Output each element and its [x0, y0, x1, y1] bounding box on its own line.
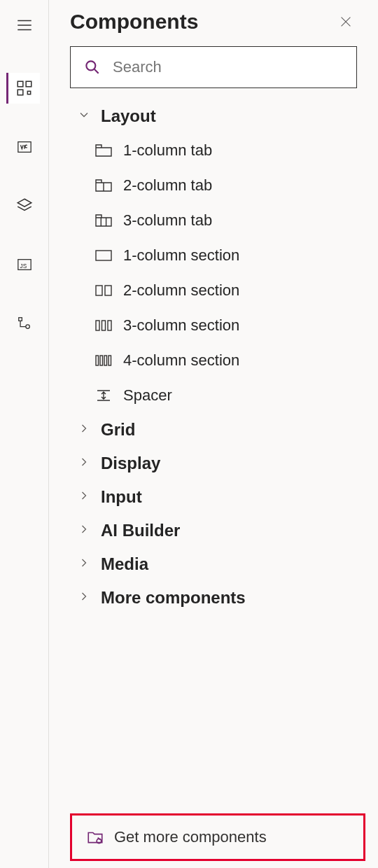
group-label: Display [101, 454, 160, 473]
chevron-right-icon [77, 421, 91, 438]
rail-components-button[interactable] [6, 73, 40, 104]
hamburger-button[interactable] [8, 10, 41, 41]
item-label: 3-column section [123, 316, 239, 335]
spacer-icon [94, 388, 113, 403]
group-label: Grid [101, 420, 135, 440]
group-display: Display [49, 447, 378, 480]
tab-1col-icon [94, 143, 113, 158]
section-4col-icon [94, 353, 113, 368]
item-label: Spacer [123, 386, 172, 405]
search-input[interactable] [113, 58, 344, 76]
group-header-display[interactable]: Display [49, 447, 378, 480]
rail-flow-button[interactable] [8, 308, 41, 339]
svg-rect-3 [27, 91, 30, 94]
item-2-column-section[interactable]: 2-column section [94, 273, 378, 308]
item-3-column-tab[interactable]: 3-column tab [94, 203, 378, 238]
section-1col-icon [94, 248, 113, 263]
group-header-grid[interactable]: Grid [49, 413, 378, 447]
group-aibuilder: AI Builder [49, 514, 378, 547]
group-label: More components [101, 588, 246, 608]
hamburger-icon [15, 16, 34, 34]
svg-text:JS: JS [20, 263, 27, 270]
components-icon [15, 79, 34, 97]
close-icon [338, 14, 354, 29]
item-label: 1-column section [123, 246, 239, 265]
svg-rect-14 [102, 321, 106, 330]
svg-rect-15 [108, 321, 111, 330]
svg-rect-11 [96, 286, 102, 295]
item-4-column-section[interactable]: 4-column section [94, 343, 378, 378]
folder-add-icon [86, 828, 104, 846]
svg-rect-19 [108, 356, 111, 365]
rail-layers-button[interactable] [8, 190, 41, 221]
components-tree: Layout 1-column tab 2-column tab 3-colum… [49, 95, 378, 813]
item-3-column-section[interactable]: 3-column section [94, 308, 378, 343]
group-label: Input [101, 487, 142, 507]
svg-rect-1 [26, 81, 31, 87]
section-3col-icon [94, 318, 113, 333]
tab-3col-icon [94, 213, 113, 228]
flow-icon [17, 316, 32, 331]
svg-rect-0 [18, 81, 23, 87]
js-icon: JS [17, 257, 32, 272]
section-2col-icon [94, 283, 113, 298]
group-layout: Layout 1-column tab 2-column tab 3-colum… [49, 99, 378, 413]
group-more: More components [49, 581, 378, 615]
text-icon [17, 139, 32, 155]
tab-2col-icon [94, 178, 113, 193]
svg-rect-18 [104, 356, 107, 365]
item-label: 3-column tab [123, 211, 212, 230]
chevron-down-icon [77, 108, 91, 125]
group-label: AI Builder [101, 521, 180, 540]
search-box[interactable] [70, 46, 357, 88]
svg-rect-16 [96, 356, 99, 365]
chevron-right-icon [77, 556, 91, 573]
chevron-right-icon [77, 489, 91, 505]
group-label: Media [101, 554, 148, 574]
item-2-column-tab[interactable]: 2-column tab [94, 168, 378, 203]
item-1-column-section[interactable]: 1-column section [94, 238, 378, 273]
item-label: 4-column section [123, 351, 239, 370]
svg-rect-13 [96, 321, 99, 330]
rail-text-button[interactable] [8, 132, 41, 162]
group-header-more[interactable]: More components [49, 581, 378, 615]
panel-title: Components [70, 10, 198, 34]
item-spacer[interactable]: Spacer [94, 378, 378, 413]
get-more-components-button[interactable]: Get more components [70, 813, 365, 861]
item-label: 2-column tab [123, 176, 212, 195]
svg-rect-7 [18, 318, 22, 321]
svg-rect-12 [105, 286, 111, 295]
svg-point-8 [25, 325, 29, 329]
group-grid: Grid [49, 413, 378, 447]
svg-rect-10 [96, 251, 111, 260]
svg-point-9 [86, 61, 95, 70]
chevron-right-icon [77, 522, 91, 539]
group-header-aibuilder[interactable]: AI Builder [49, 514, 378, 547]
svg-rect-2 [18, 90, 23, 95]
group-header-input[interactable]: Input [49, 480, 378, 514]
group-media: Media [49, 547, 378, 581]
item-label: 2-column section [123, 281, 239, 300]
item-label: 1-column tab [123, 141, 212, 160]
search-icon [83, 58, 102, 76]
group-header-layout[interactable]: Layout [49, 99, 378, 133]
layers-icon [15, 197, 34, 215]
chevron-right-icon [77, 455, 91, 472]
group-header-media[interactable]: Media [49, 547, 378, 581]
close-button[interactable] [335, 10, 357, 33]
rail-js-button[interactable]: JS [8, 249, 41, 280]
group-input: Input [49, 480, 378, 514]
get-more-components-label: Get more components [114, 828, 267, 846]
item-1-column-tab[interactable]: 1-column tab [94, 133, 378, 168]
chevron-right-icon [77, 589, 91, 606]
svg-rect-17 [100, 356, 103, 365]
group-label: Layout [101, 106, 156, 126]
